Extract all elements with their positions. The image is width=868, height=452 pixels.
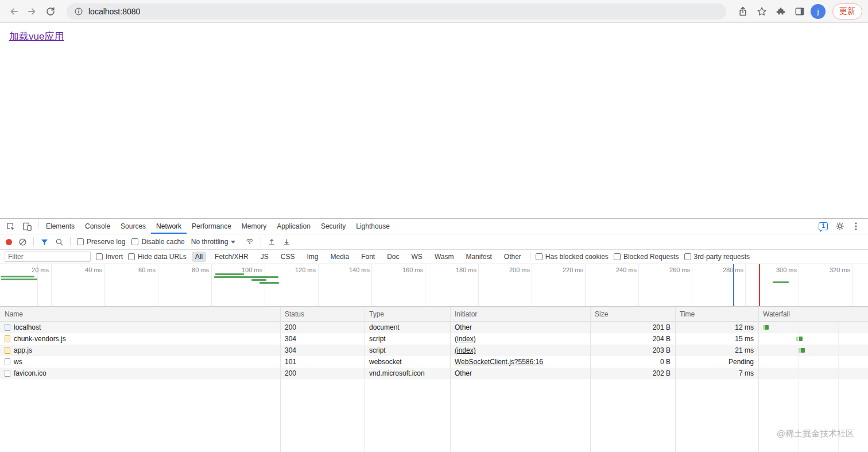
hide-data-urls-checkbox[interactable]: Hide data URLs [128,253,187,261]
bookmark-star-icon[interactable] [757,6,767,17]
settings-gear-icon[interactable] [835,222,844,231]
network-conditions-icon[interactable] [245,237,254,246]
forward-icon[interactable] [24,3,40,20]
tab-console[interactable]: Console [80,219,115,234]
column-header-size[interactable]: Size [590,307,675,321]
profile-avatar[interactable]: j [811,4,826,19]
column-separator[interactable] [280,307,281,452]
request-name: localhost [14,322,41,333]
clear-icon[interactable] [18,238,27,246]
column-separator[interactable] [675,307,676,452]
record-button[interactable] [6,239,12,245]
filter-type-other[interactable]: Other [501,252,525,262]
load-event-marker [759,264,760,306]
request-name: ws [14,356,22,368]
tab-memory[interactable]: Memory [237,219,272,234]
device-toolbar-icon[interactable] [19,219,36,234]
network-requests-table: Name Status Type Initiator Size Time Wat… [0,307,868,452]
invert-checkbox[interactable]: Invert [96,253,123,261]
column-header-time[interactable]: Time [675,307,758,321]
network-toolbar: Preserve log Disable cache No throttling [0,234,868,250]
site-info-icon[interactable] [74,7,83,16]
filter-type-ws[interactable]: WS [408,252,426,262]
chrome-update-button[interactable]: 更新 [832,3,862,20]
tab-application[interactable]: Application [272,219,316,234]
table-row[interactable]: chunk-vendors.js 304 script (index) 204 … [0,333,868,345]
timeline-tick-label: 160 ms [390,266,423,273]
console-messages-badge[interactable]: 1 [819,222,828,230]
has-blocked-cookies-checkbox[interactable]: Has blocked cookies [536,253,609,261]
checkbox-box [614,253,621,260]
filter-type-doc[interactable]: Doc [383,252,402,262]
blocked-requests-checkbox[interactable]: Blocked Requests [614,253,679,261]
third-party-requests-checkbox[interactable]: 3rd-party requests [684,253,750,261]
column-header-initiator[interactable]: Initiator [450,307,590,321]
column-separator[interactable] [450,307,451,452]
third-party-requests-label: 3rd-party requests [694,253,750,261]
request-time: Pending [675,356,758,368]
import-har-icon[interactable] [268,238,276,246]
timeline-tick-label: 100 ms [229,266,262,273]
column-header-waterfall[interactable]: Waterfall [758,307,868,321]
filter-type-all[interactable]: All [192,252,206,262]
overview-request-bar [1,279,37,280]
checkbox-box [128,253,135,260]
more-options-icon[interactable] [852,222,860,231]
extensions-icon[interactable] [776,6,786,17]
tab-sources[interactable]: Sources [115,219,151,234]
filter-type-media[interactable]: Media [327,252,352,262]
request-time: 15 ms [675,333,758,345]
column-header-name[interactable]: Name [0,307,280,321]
initiator-link[interactable]: (index) [455,333,476,345]
blocked-requests-label: Blocked Requests [623,253,679,261]
has-blocked-cookies-label: Has blocked cookies [545,253,609,261]
filter-input[interactable] [5,252,91,262]
timeline-tick-label: 320 ms [817,266,850,273]
initiator-link[interactable]: WebSocketClient.js?5586:16 [455,356,543,368]
request-type: script [365,333,450,345]
column-separator[interactable] [365,307,365,452]
request-type: script [365,345,450,356]
column-header-type[interactable]: Type [365,307,450,321]
filter-type-css[interactable]: CSS [277,252,299,262]
share-icon[interactable] [738,6,748,17]
filter-type-manifest[interactable]: Manifest [462,252,495,262]
column-separator[interactable] [590,307,591,452]
column-separator[interactable] [758,307,759,452]
divider [261,237,261,246]
table-row[interactable]: app.js 304 script (index) 203 B 21 ms [0,345,868,356]
load-vue-app-link[interactable]: 加载vue应用 [9,30,64,43]
initiator-link[interactable]: (index) [455,345,476,356]
inspect-element-icon[interactable] [2,219,19,234]
back-icon[interactable] [6,3,22,20]
export-har-icon[interactable] [282,238,291,246]
tab-elements[interactable]: Elements [41,219,80,234]
request-size: 204 B [590,333,675,345]
throttling-dropdown[interactable]: No throttling [191,238,236,246]
filter-type-wasm[interactable]: Wasm [431,252,458,262]
column-header-status[interactable]: Status [280,307,365,321]
table-row[interactable]: ws 101 websocket WebSocketClient.js?5586… [0,356,868,368]
reload-icon[interactable] [42,3,59,20]
disable-cache-checkbox[interactable]: Disable cache [131,238,184,246]
address-bar[interactable]: localhost:8080 [67,3,726,20]
checkbox-box [684,253,691,260]
overview-request-bar [259,282,279,284]
filter-type-img[interactable]: Img [303,252,321,262]
tab-security[interactable]: Security [316,219,351,234]
filter-funnel-icon[interactable] [40,238,49,246]
divider [33,237,34,246]
table-row[interactable]: favicon.ico 200 vnd.microsoft.icon Other… [0,368,868,379]
network-overview-timeline[interactable]: 20 ms 40 ms 60 ms 80 ms 100 ms 120 ms 14… [0,264,868,307]
search-icon[interactable] [55,238,64,246]
filter-type-font[interactable]: Font [358,252,378,262]
filter-type-fetch-xhr[interactable]: Fetch/XHR [211,252,252,262]
preserve-log-checkbox[interactable]: Preserve log [77,238,125,246]
tab-network[interactable]: Network [151,219,187,234]
timeline-tick-label: 200 ms [497,266,530,273]
table-row[interactable]: localhost 200 document Other 201 B 12 ms [0,322,868,333]
filter-type-js[interactable]: JS [257,252,272,262]
sidebar-icon[interactable] [795,6,805,17]
tab-lighthouse[interactable]: Lighthouse [351,219,395,234]
tab-performance[interactable]: Performance [187,219,237,234]
